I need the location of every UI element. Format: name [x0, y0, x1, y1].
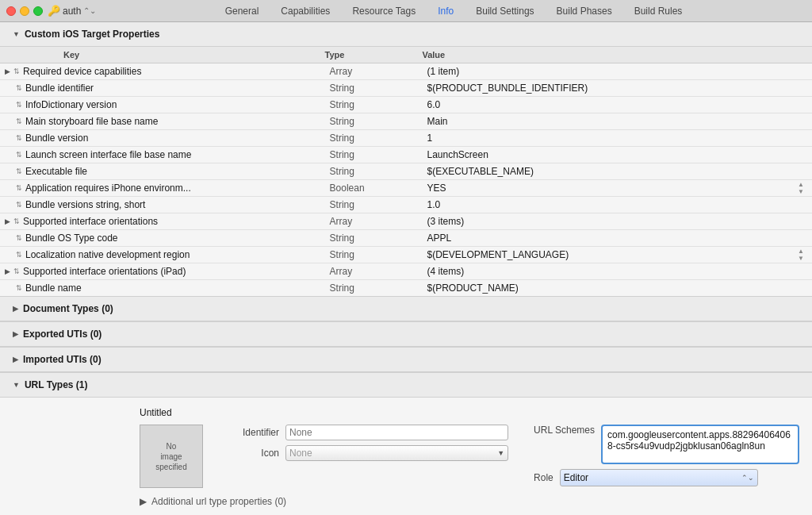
tab-capabilities[interactable]: Capabilities [270, 2, 341, 20]
top-bar: 🔑 auth ⌃⌄ General Capabilities Resource … [0, 0, 812, 22]
section-document-types-header[interactable]: ▶ Document Types (0) [0, 297, 812, 321]
row-sort-icon[interactable]: ⇅ [16, 251, 22, 259]
row-sort-icon[interactable]: ⇅ [16, 117, 22, 125]
role-label: Role [534, 472, 553, 483]
row-key-label: Bundle version [25, 133, 88, 144]
section-custom-ios: ▼ Custom iOS Target Properties Key Type … [0, 22, 812, 297]
section-url-types-header[interactable]: ▼ URL Types (1) [0, 373, 812, 398]
row-value: (3 items) [422, 213, 812, 230]
table-row[interactable]: ▶⇅Required device capabilitiesArray(1 it… [0, 63, 812, 80]
row-key-label: Executable file [25, 166, 87, 177]
row-type: Boolean [325, 180, 423, 197]
row-key-label: Supported interface orientations [23, 216, 158, 227]
role-select[interactable]: Editor ⌃⌄ [560, 469, 758, 486]
table-row[interactable]: ⇅Bundle nameString$(PRODUCT_NAME) [0, 280, 812, 297]
tab-info[interactable]: Info [427, 2, 465, 20]
table-row[interactable]: ⇅Bundle identifierString$(PRODUCT_BUNDLE… [0, 80, 812, 97]
icon-placeholder: None [289, 448, 312, 459]
table-row[interactable]: ⇅Localization native development regionS… [0, 247, 812, 263]
row-value: APPL [422, 230, 812, 247]
window-controls [6, 6, 43, 16]
url-schemes-input[interactable]: com.googleusercontent.apps.882964064068-… [601, 425, 799, 464]
section-custom-ios-body: Key Type Value ▶⇅Required device capabil… [0, 47, 812, 296]
row-type: String [325, 97, 423, 113]
row-value: $(EXECUTABLE_NAME) [422, 163, 812, 180]
expand-row-icon: ▶ [5, 267, 10, 275]
row-value: YES▲▼ [422, 180, 812, 197]
row-sort-icon[interactable]: ⇅ [16, 134, 22, 142]
row-type: String [325, 247, 423, 263]
icon-select[interactable]: None ▼ [285, 445, 508, 461]
row-type: String [325, 113, 423, 130]
section-imported-utis: ▶ Imported UTIs (0) [0, 348, 812, 373]
section-document-types-title: Document Types (0) [23, 303, 113, 314]
tab-general[interactable]: General [214, 2, 270, 20]
section-url-types: ▼ URL Types (1) Untitled No image specif… [0, 373, 812, 515]
maximize-button[interactable] [33, 6, 43, 16]
section-custom-ios-header[interactable]: ▼ Custom iOS Target Properties [0, 22, 812, 47]
close-button[interactable] [6, 6, 16, 16]
table-row[interactable]: ▶⇅Supported interface orientations (iPad… [0, 263, 812, 280]
row-value: 6.0 [422, 97, 812, 113]
row-value: LaunchScreen [422, 147, 812, 163]
table-row[interactable]: ⇅Bundle versionString1 [0, 130, 812, 147]
project-icon: 🔑 [48, 5, 60, 17]
row-type: Array [325, 213, 423, 230]
url-fields: Identifier Icon None ▼ [216, 425, 508, 466]
row-sort-icon[interactable]: ⇅ [16, 284, 22, 292]
section-imported-utis-header[interactable]: ▶ Imported UTIs (0) [0, 348, 812, 372]
row-sort-icon[interactable]: ⇅ [16, 84, 22, 92]
expand-triangle-collapsed-icon: ▶ [13, 305, 18, 313]
row-type: Array [325, 263, 423, 280]
url-schemes-label: URL Schemes [534, 425, 595, 436]
table-row[interactable]: ⇅Main storyboard file base nameStringMai… [0, 113, 812, 130]
table-row[interactable]: ⇅InfoDictionary versionString6.0 [0, 97, 812, 113]
project-name[interactable]: 🔑 auth ⌃⌄ [48, 5, 96, 17]
props-table: ▶⇅Required device capabilitiesArray(1 it… [0, 63, 812, 296]
row-sort-icon[interactable]: ⇅ [16, 201, 22, 209]
row-sort-icon[interactable]: ⇅ [16, 234, 22, 242]
row-sort-icon[interactable]: ⇅ [16, 151, 22, 159]
table-row[interactable]: ⇅Executable fileString$(EXECUTABLE_NAME) [0, 163, 812, 180]
table-row[interactable]: ▶⇅Supported interface orientationsArray(… [0, 213, 812, 230]
tab-resource-tags[interactable]: Resource Tags [341, 2, 427, 20]
row-type: String [325, 197, 423, 213]
additional-props[interactable]: ▶ Additional url type properties (0) [140, 496, 799, 507]
tab-build-settings[interactable]: Build Settings [465, 2, 545, 20]
row-key-label: Application requires iPhone environm... [25, 183, 191, 194]
tab-build-phases[interactable]: Build Phases [546, 2, 623, 20]
row-sort-icon[interactable]: ⇅ [13, 67, 20, 75]
row-sort-icon[interactable]: ⇅ [13, 217, 20, 225]
expand-triangle-exported-icon: ▶ [13, 330, 18, 338]
row-value: 1.0 [422, 197, 812, 213]
table-header: Key Type Value [0, 47, 812, 63]
row-value: (4 items) [422, 263, 812, 280]
row-sort-icon[interactable]: ⇅ [16, 101, 22, 109]
url-types-body: Untitled No image specified Identifier [0, 398, 812, 515]
row-key-label: Bundle versions string, short [25, 199, 145, 210]
row-sort-icon[interactable]: ⇅ [16, 167, 22, 175]
tab-build-rules[interactable]: Build Rules [623, 2, 694, 20]
row-type: Array [325, 63, 423, 80]
identifier-row: Identifier [216, 425, 508, 440]
row-stepper[interactable]: ▲▼ [798, 181, 804, 195]
row-key-label: Launch screen interface file base name [25, 149, 191, 160]
row-key-label: Required device capabilities [23, 66, 141, 77]
section-exported-utis-title: Exported UTIs (0) [23, 329, 102, 340]
row-sort-icon[interactable]: ⇅ [16, 184, 22, 192]
identifier-input[interactable] [285, 425, 508, 440]
row-sort-icon[interactable]: ⇅ [13, 267, 20, 275]
row-stepper[interactable]: ▲▼ [798, 248, 804, 262]
minimize-button[interactable] [20, 6, 29, 16]
expand-row-icon: ▶ [5, 67, 10, 75]
table-row[interactable]: ⇅Bundle OS Type codeStringAPPL [0, 230, 812, 247]
table-row[interactable]: ⇅Bundle versions string, shortString1.0 [0, 197, 812, 213]
table-row[interactable]: ⇅Launch screen interface file base nameS… [0, 147, 812, 163]
section-exported-utis-header[interactable]: ▶ Exported UTIs (0) [0, 322, 812, 347]
col-header-key: Key [0, 50, 325, 60]
row-type: String [325, 80, 423, 97]
row-key-label: InfoDictionary version [25, 99, 117, 110]
section-custom-ios-title: Custom iOS Target Properties [25, 29, 159, 40]
table-row[interactable]: ⇅Application requires iPhone environm...… [0, 180, 812, 197]
icon-select-arrow: ▼ [497, 449, 504, 457]
